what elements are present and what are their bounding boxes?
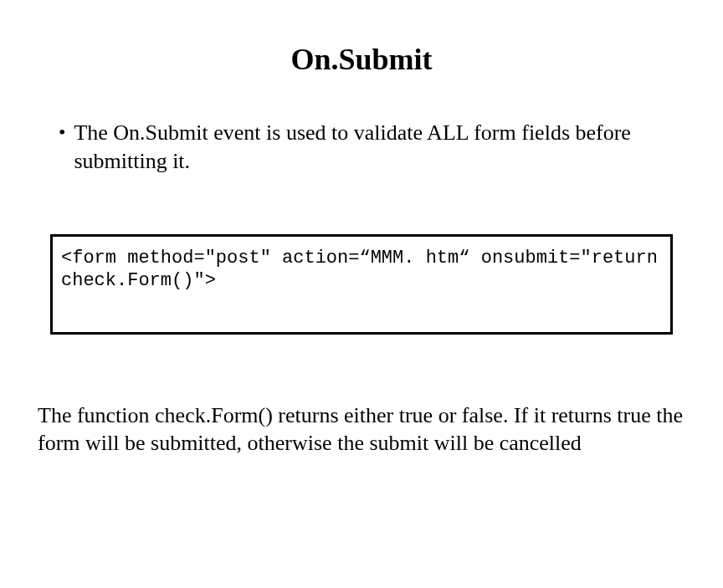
bullet-item: • The On.Submit event is used to validat… [59, 119, 690, 176]
code-box: <form method="post" action=“MMM. htm“ on… [50, 234, 673, 335]
code-snippet: <form method="post" action=“MMM. htm“ on… [61, 247, 662, 293]
bullet-list: • The On.Submit event is used to validat… [59, 119, 690, 176]
slide-title: On.Submit [33, 42, 690, 77]
bullet-text: The On.Submit event is used to validate … [74, 119, 690, 176]
bullet-dot-icon: • [59, 120, 65, 144]
footer-paragraph: The function check.Form() returns either… [38, 401, 685, 458]
